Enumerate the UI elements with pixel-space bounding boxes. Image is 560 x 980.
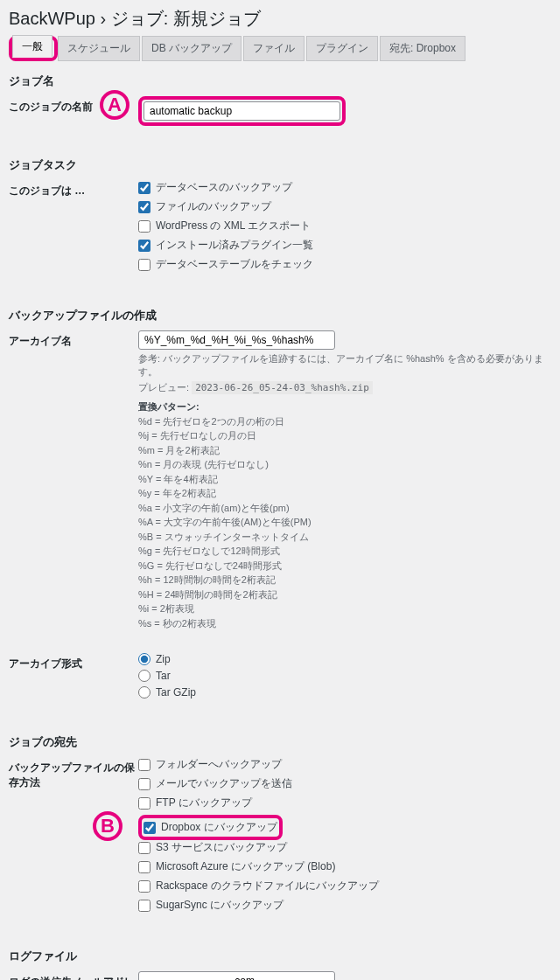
tab-db-backup[interactable]: DB バックアップ [142,36,242,61]
pattern-5: %y = 年を2桁表記 [138,488,216,498]
highlight-dropbox: Dropbox にバックアップ [138,815,283,840]
pattern-6: %a = 小文字の午前(am)と午後(pm) [138,503,290,513]
tab-schedule[interactable]: スケジュール [58,36,140,61]
preview-row: プレビュー: 2023-06-26_05-24-03_%hash%.zip [138,381,551,394]
preview-value: 2023-06-26_05-24-03_%hash%.zip [192,381,373,394]
job-task-options: データベースのバックアップ ファイルのバックアップ WordPress の XM… [138,180,551,276]
pattern-7: %A = 大文字の午前午後(AM)と午後(PM) [138,517,312,527]
label-archive-name: アーカイブ名 [9,330,138,349]
log-email-input[interactable] [138,971,335,980]
preview-label: プレビュー: [138,382,189,393]
pattern-11: %h = 12時間制の時間を2桁表記 [138,574,276,585]
pattern-12: %H = 24時間制の時間を2桁表記 [138,589,277,600]
radio-zip[interactable] [138,653,150,665]
annotation-a: A [100,90,130,120]
patterns-list: 置換パターン: %d = 先行ゼロを2つの月の桁の日 %j = 先行ゼロなしの月… [138,400,551,630]
pattern-10: %G = 先行ゼロなしで24時間形式 [138,560,282,571]
patterns-title: 置換パターン: [138,401,200,412]
pattern-0: %d = 先行ゼロを2つの月の桁の日 [138,416,284,427]
radio-tar[interactable] [138,670,150,682]
check-ftp-label: FTP にバックアップ [156,796,252,810]
pattern-8: %B = スウォッチインターネットタイム [138,532,309,542]
check-wp-xml[interactable] [138,220,150,233]
check-db-tables-label: データベーステーブルをチェック [156,257,313,272]
nav-tabs: 一般 スケジュール DB バックアップ ファイル プラグイン 宛先: Dropb… [9,36,551,61]
check-sugarsync-label: SugarSync にバックアップ [156,898,284,913]
check-file-backup[interactable] [138,201,150,213]
check-folder-label: フォルダーへバックアップ [156,757,282,772]
annotation-b: B [93,811,122,841]
check-rackspace[interactable] [138,880,150,893]
heading-destination: ジョブの宛先 [9,734,551,750]
radio-zip-label: Zip [156,653,171,665]
check-dropbox-label: Dropbox にバックアップ [161,820,277,835]
destination-options: フォルダーへバックアップ メールでバックアップを送信 FTP にバックアップ B… [138,757,551,917]
tab-plugin[interactable]: プラグイン [306,36,378,61]
check-azure-label: Microsoft Azure にバックアップ (Blob) [156,859,335,874]
check-folder[interactable] [138,759,150,771]
pattern-4: %Y = 年を4桁表記 [138,474,218,484]
check-ftp[interactable] [138,797,150,810]
radio-targzip[interactable] [138,686,150,699]
heading-job-name: ジョブ名 [9,73,551,89]
check-s3[interactable] [138,842,150,854]
check-plugin-list-label: インストール済みプラグイン一覧 [156,238,313,253]
check-email[interactable] [138,778,150,790]
check-wp-xml-label: WordPress の XML エクスポート [156,219,311,233]
heading-job-task: ジョブタスク [9,157,551,173]
job-name-input[interactable] [144,101,340,121]
pattern-14: %s = 秒の2桁表現 [138,618,216,629]
page-title: BackWPup › ジョブ: 新規ジョブ [9,0,551,36]
pattern-13: %i = 2桁表現 [138,603,194,614]
pattern-1: %j = 先行ゼロなしの月の日 [138,430,256,441]
tab-file[interactable]: ファイル [243,36,304,61]
radio-targzip-label: Tar GZip [156,686,196,699]
check-plugin-list[interactable] [138,240,150,252]
pattern-3: %n = 月の表現 (先行ゼロなし) [138,459,269,469]
label-job-task: このジョブは … [9,180,138,198]
hash-note: 参考: バックアップファイルを追跡するには、アーカイブ名に %hash% を含め… [138,352,551,379]
check-rackspace-label: Rackspace のクラウドファイルにバックアップ [156,879,379,893]
check-db-backup[interactable] [138,182,150,194]
highlight-tab-general: 一般 [9,36,58,61]
label-archive-format: アーカイブ形式 [9,653,138,671]
check-s3-label: S3 サービスにバックアップ [156,840,287,855]
heading-logfile: ログファイル [9,949,551,964]
check-sugarsync[interactable] [138,900,150,912]
tab-general[interactable]: 一般 [12,35,52,58]
heading-backup-file: バックアップファイルの作成 [9,308,551,323]
check-dropbox[interactable] [144,822,156,834]
pattern-2: %m = 月を2桁表記 [138,445,220,455]
check-azure[interactable] [138,861,150,873]
check-db-backup-label: データベースのバックアップ [156,180,292,195]
highlight-job-name [138,96,346,126]
check-email-label: メールでバックアップを送信 [156,776,292,791]
check-db-tables[interactable] [138,259,150,271]
archive-name-input[interactable] [138,330,335,350]
radio-tar-label: Tar [156,670,171,682]
pattern-9: %g = 先行ゼロなしで12時間形式 [138,546,280,556]
tab-dropbox[interactable]: 宛先: Dropbox [380,36,466,61]
label-log-email: ログの送信先メールアドレス [9,971,138,980]
label-destination: バックアップファイルの保存方法 [9,757,138,790]
check-file-backup-label: ファイルのバックアップ [156,199,271,214]
